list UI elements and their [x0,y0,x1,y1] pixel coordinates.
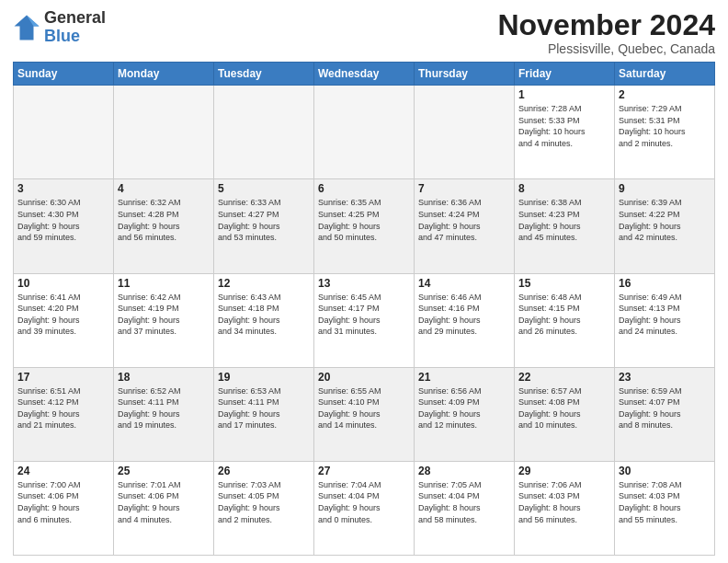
table-row: 18Sunrise: 6:52 AM Sunset: 4:11 PM Dayli… [114,367,214,461]
table-row: 11Sunrise: 6:42 AM Sunset: 4:19 PM Dayli… [114,273,214,367]
day-number: 29 [518,465,610,477]
day-info: Sunrise: 6:35 AM Sunset: 4:25 PM Dayligh… [318,197,410,243]
table-row: 4Sunrise: 6:32 AM Sunset: 4:28 PM Daylig… [114,179,214,273]
table-row: 14Sunrise: 6:46 AM Sunset: 4:16 PM Dayli… [415,273,515,367]
day-number: 21 [418,371,510,384]
day-number: 13 [318,277,410,290]
day-info: Sunrise: 6:42 AM Sunset: 4:19 PM Dayligh… [118,292,210,338]
day-info: Sunrise: 6:55 AM Sunset: 4:10 PM Dayligh… [318,385,410,431]
day-number: 12 [218,277,310,290]
day-info: Sunrise: 6:30 AM Sunset: 4:30 PM Dayligh… [17,197,109,243]
table-row: 12Sunrise: 6:43 AM Sunset: 4:18 PM Dayli… [214,273,314,367]
table-row: 22Sunrise: 6:57 AM Sunset: 4:08 PM Dayli… [515,367,615,461]
day-number: 3 [17,182,109,195]
table-row: 27Sunrise: 7:04 AM Sunset: 4:04 PM Dayli… [314,461,415,555]
day-number: 25 [118,465,210,477]
day-number: 27 [318,465,410,477]
day-info: Sunrise: 6:32 AM Sunset: 4:28 PM Dayligh… [118,197,210,243]
header-thursday: Thursday [415,63,515,86]
day-number: 1 [518,88,610,101]
day-info: Sunrise: 6:52 AM Sunset: 4:11 PM Dayligh… [118,385,210,431]
location: Plessisville, Quebec, Canada [497,41,715,56]
day-number: 16 [619,277,711,290]
day-info: Sunrise: 6:39 AM Sunset: 4:22 PM Dayligh… [619,197,711,243]
header-saturday: Saturday [615,63,715,86]
logo-blue-text: Blue [44,28,106,46]
day-info: Sunrise: 6:36 AM Sunset: 4:24 PM Dayligh… [418,197,510,243]
table-row: 13Sunrise: 6:45 AM Sunset: 4:17 PM Dayli… [314,273,415,367]
day-info: Sunrise: 6:33 AM Sunset: 4:27 PM Dayligh… [218,197,310,243]
day-number: 15 [518,277,610,290]
table-row: 1Sunrise: 7:28 AM Sunset: 5:33 PM Daylig… [515,86,615,179]
table-row: 2Sunrise: 7:29 AM Sunset: 5:31 PM Daylig… [615,86,715,179]
month-title: November 2024 [497,9,715,41]
table-row: 10Sunrise: 6:41 AM Sunset: 4:20 PM Dayli… [14,273,114,367]
day-info: Sunrise: 6:46 AM Sunset: 4:16 PM Dayligh… [418,292,510,338]
table-row: 19Sunrise: 6:53 AM Sunset: 4:11 PM Dayli… [214,367,314,461]
day-info: Sunrise: 6:41 AM Sunset: 4:20 PM Dayligh… [17,292,109,338]
calendar-row: 1Sunrise: 7:28 AM Sunset: 5:33 PM Daylig… [14,86,715,179]
day-number: 9 [619,182,711,195]
table-row: 6Sunrise: 6:35 AM Sunset: 4:25 PM Daylig… [314,179,415,273]
day-number: 17 [17,371,109,384]
calendar-row: 10Sunrise: 6:41 AM Sunset: 4:20 PM Dayli… [14,273,715,367]
table-row: 20Sunrise: 6:55 AM Sunset: 4:10 PM Dayli… [314,367,415,461]
table-row: 21Sunrise: 6:56 AM Sunset: 4:09 PM Dayli… [415,367,515,461]
top-section: General Blue November 2024 Plessisville,… [13,9,715,56]
day-info: Sunrise: 6:59 AM Sunset: 4:07 PM Dayligh… [619,385,711,431]
table-row [314,86,415,179]
day-number: 19 [218,371,310,384]
day-number: 11 [118,277,210,290]
calendar-row: 3Sunrise: 6:30 AM Sunset: 4:30 PM Daylig… [14,179,715,273]
day-number: 8 [518,182,610,195]
day-number: 28 [418,465,510,477]
day-info: Sunrise: 6:56 AM Sunset: 4:09 PM Dayligh… [418,385,510,431]
logo-icon [13,14,40,41]
table-row [415,86,515,179]
day-info: Sunrise: 7:03 AM Sunset: 4:05 PM Dayligh… [218,479,310,525]
day-info: Sunrise: 6:51 AM Sunset: 4:12 PM Dayligh… [17,385,109,431]
table-row [214,86,314,179]
table-row: 26Sunrise: 7:03 AM Sunset: 4:05 PM Dayli… [214,461,314,555]
header-wednesday: Wednesday [314,63,415,86]
day-number: 20 [318,371,410,384]
table-row: 25Sunrise: 7:01 AM Sunset: 4:06 PM Dayli… [114,461,214,555]
logo-text: General Blue [44,9,106,46]
day-info: Sunrise: 7:05 AM Sunset: 4:04 PM Dayligh… [418,479,510,525]
day-info: Sunrise: 7:00 AM Sunset: 4:06 PM Dayligh… [17,479,109,525]
day-info: Sunrise: 6:48 AM Sunset: 4:15 PM Dayligh… [518,292,610,338]
day-info: Sunrise: 6:57 AM Sunset: 4:08 PM Dayligh… [518,385,610,431]
header-tuesday: Tuesday [214,63,314,86]
table-row: 3Sunrise: 6:30 AM Sunset: 4:30 PM Daylig… [14,179,114,273]
table-row: 16Sunrise: 6:49 AM Sunset: 4:13 PM Dayli… [615,273,715,367]
page: General Blue November 2024 Plessisville,… [0,0,728,563]
day-number: 4 [118,182,210,195]
day-number: 23 [619,371,711,384]
table-row: 23Sunrise: 6:59 AM Sunset: 4:07 PM Dayli… [615,367,715,461]
table-row: 24Sunrise: 7:00 AM Sunset: 4:06 PM Dayli… [14,461,114,555]
calendar-header-row: Sunday Monday Tuesday Wednesday Thursday… [14,63,715,86]
day-number: 18 [118,371,210,384]
day-info: Sunrise: 7:28 AM Sunset: 5:33 PM Dayligh… [518,103,610,149]
header-friday: Friday [515,63,615,86]
table-row: 15Sunrise: 6:48 AM Sunset: 4:15 PM Dayli… [515,273,615,367]
day-info: Sunrise: 6:38 AM Sunset: 4:23 PM Dayligh… [518,197,610,243]
table-row: 7Sunrise: 6:36 AM Sunset: 4:24 PM Daylig… [415,179,515,273]
svg-marker-0 [15,15,40,40]
title-section: November 2024 Plessisville, Quebec, Cana… [497,9,715,56]
day-info: Sunrise: 7:08 AM Sunset: 4:03 PM Dayligh… [619,479,711,525]
table-row: 9Sunrise: 6:39 AM Sunset: 4:22 PM Daylig… [615,179,715,273]
day-info: Sunrise: 6:53 AM Sunset: 4:11 PM Dayligh… [218,385,310,431]
table-row: 28Sunrise: 7:05 AM Sunset: 4:04 PM Dayli… [415,461,515,555]
table-row: 17Sunrise: 6:51 AM Sunset: 4:12 PM Dayli… [14,367,114,461]
calendar-row: 24Sunrise: 7:00 AM Sunset: 4:06 PM Dayli… [14,461,715,555]
day-number: 7 [418,182,510,195]
day-number: 22 [518,371,610,384]
day-info: Sunrise: 7:04 AM Sunset: 4:04 PM Dayligh… [318,479,410,525]
day-number: 2 [619,88,711,101]
day-info: Sunrise: 7:29 AM Sunset: 5:31 PM Dayligh… [619,103,711,149]
table-row [114,86,214,179]
day-number: 6 [318,182,410,195]
header-sunday: Sunday [14,63,114,86]
day-number: 24 [17,465,109,477]
